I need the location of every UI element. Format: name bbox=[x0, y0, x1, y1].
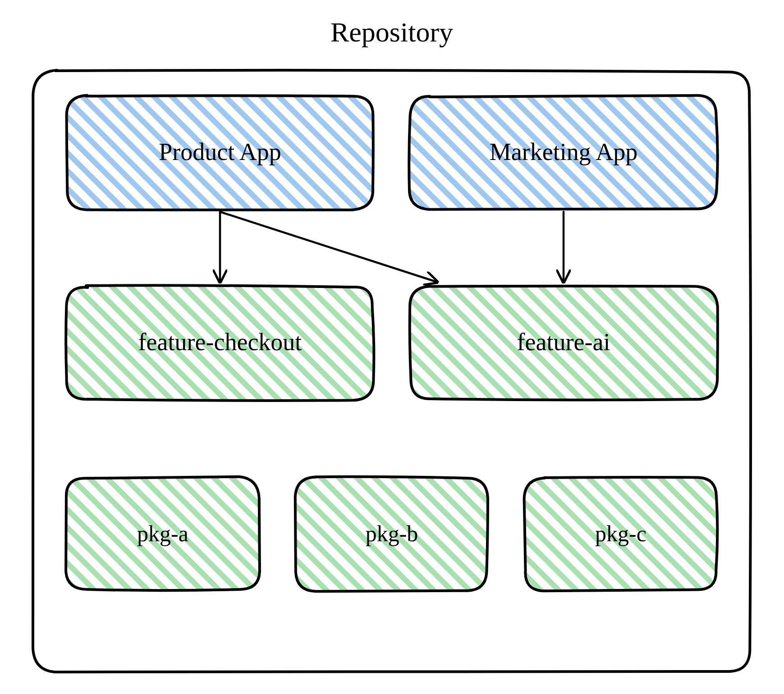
diagram-title: Repository bbox=[330, 17, 453, 47]
box-label-pkg-b: pkg-b bbox=[366, 521, 418, 546]
box-label-pkg-c: pkg-c bbox=[595, 521, 646, 546]
box-pkg-c: pkg-c bbox=[524, 477, 718, 591]
box-pkg-a: pkg-a bbox=[66, 477, 260, 590]
box-label-product-app: Product App bbox=[159, 138, 281, 165]
repository-diagram: Repository Product AppMarketing Appfeatu… bbox=[0, 0, 784, 694]
box-label-feature-checkout: feature-checkout bbox=[138, 329, 302, 356]
box-pkg-b: pkg-b bbox=[295, 477, 488, 591]
box-feature-checkout: feature-checkout bbox=[66, 285, 374, 401]
box-label-feature-ai: feature-ai bbox=[517, 329, 610, 356]
box-feature-ai: feature-ai bbox=[410, 286, 718, 400]
box-marketing-app: Marketing App bbox=[409, 96, 717, 210]
box-product-app: Product App bbox=[67, 96, 373, 210]
arrow-product-app-to-feature-ai bbox=[220, 212, 437, 282]
box-label-marketing-app: Marketing App bbox=[490, 138, 637, 165]
box-label-pkg-a: pkg-a bbox=[137, 521, 188, 546]
